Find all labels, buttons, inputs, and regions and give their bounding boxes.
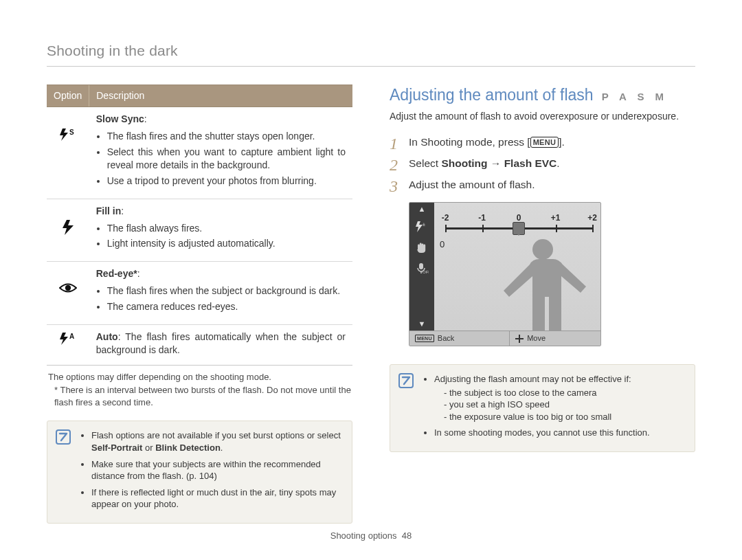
step-2: Select Shooting → Flash EVC. — [390, 157, 695, 171]
step-3: Adjust the amount of flash. — [390, 178, 695, 192]
svg-point-1 — [65, 285, 71, 291]
footnotes: The options may differ depending on the … — [48, 371, 351, 409]
caret-up-icon: ▲ — [418, 205, 426, 213]
svg-text:A: A — [69, 333, 74, 340]
info-item: Adjusting the flash amount may not be ef… — [434, 373, 685, 423]
caret-down-icon: ▼ — [418, 320, 426, 328]
info-item: In some shooting modes, you cannot use t… — [434, 427, 685, 439]
svg-text:±: ± — [423, 222, 425, 227]
option-name: Red-eye* — [96, 268, 137, 279]
mode-badges: P A S M — [602, 90, 668, 104]
table-row: A Auto: The flash fires automatically wh… — [47, 325, 352, 366]
option-bullet: The flash fires when the subject or back… — [107, 284, 346, 298]
table-row: S Slow Sync: The flash fires and the shu… — [47, 107, 352, 199]
scale-label: -1 — [478, 212, 486, 223]
footer-back-label: Back — [438, 333, 454, 344]
scale-label: +2 — [587, 212, 597, 223]
info-subitem: the exposure value is too big or too sma… — [444, 411, 685, 423]
lcd-preview: ▲ ± OFF ▼ — [409, 202, 601, 346]
option-name: Slow Sync — [96, 113, 144, 124]
step-1: In Shooting mode, press [MENU]. — [390, 135, 695, 150]
option-bullet: Select this when you want to capture amb… — [107, 146, 346, 172]
note-icon — [398, 373, 414, 388]
option-bullet: Light intensity is adjusted automaticall… — [107, 237, 346, 250]
table-row: Fill in: The flash always fires. Light i… — [47, 199, 352, 262]
info-box: Flash options are not available if you s… — [47, 421, 352, 523]
ev-value: 0 — [440, 238, 445, 251]
option-bullet: The camera reduces red-eyes. — [107, 300, 346, 313]
ev-scale: -2 -1 0 +1 +2 — [445, 212, 592, 233]
info-box: Adjusting the flash amount may not be ef… — [390, 364, 695, 452]
flash-slow-sync-icon: S — [58, 128, 78, 145]
flash-auto-icon: A — [58, 332, 78, 349]
options-table: Option Description S Slow Sync: — [47, 85, 352, 365]
svg-point-7 — [532, 239, 553, 260]
info-item: Flash options are not available if you s… — [91, 429, 342, 453]
svg-text:S: S — [69, 128, 74, 136]
option-bullet: The flash fires and the shutter stays op… — [107, 130, 346, 143]
scale-label: -2 — [442, 212, 449, 223]
dpad-icon — [515, 335, 524, 343]
info-item: If there is reflected light or much dust… — [91, 486, 342, 511]
option-bullet: Use a tripod to prevent your photos from… — [107, 175, 346, 188]
scale-knob — [513, 222, 525, 235]
svg-text:OFF: OFF — [423, 270, 429, 274]
option-bullet: The flash always fires. — [107, 222, 346, 235]
option-name: Auto — [96, 331, 118, 342]
page-footer: Shooting options 48 — [0, 530, 742, 542]
red-eye-icon — [59, 282, 77, 297]
info-item: Make sure that your subjects are within … — [91, 458, 342, 482]
section-title: Shooting in the dark — [47, 41, 695, 67]
th-description: Description — [89, 85, 352, 107]
footnote: The options may differ depending on the … — [48, 371, 351, 383]
menu-chip-small: MENU — [415, 335, 434, 342]
voice-off-icon: OFF — [414, 261, 430, 275]
info-subitem: you set a high ISO speed — [444, 399, 685, 411]
th-option: Option — [47, 85, 89, 107]
lead-text: Adjust the amount of flash to avoid over… — [390, 110, 695, 123]
note-icon — [56, 429, 71, 445]
option-text: : The flash fires automatically when the… — [96, 331, 346, 355]
table-row: Red-eye*: The flash fires when the subje… — [47, 262, 352, 325]
footer-move-label: Move — [527, 333, 546, 344]
scale-label: +1 — [551, 212, 561, 223]
info-subitem: the subject is too close to the camera — [444, 387, 685, 399]
subsection-title: Adjusting the amount of flash — [390, 85, 594, 106]
menu-chip: MENU — [530, 137, 559, 148]
option-name: Fill in — [96, 205, 122, 216]
person-silhouette-icon — [489, 234, 599, 337]
flash-fill-in-icon — [61, 220, 75, 238]
svg-rect-4 — [419, 263, 423, 269]
flash-evc-icon: ± — [414, 220, 430, 234]
hand-icon — [414, 240, 430, 254]
footnote: * There is an interval between two burst… — [48, 384, 351, 408]
